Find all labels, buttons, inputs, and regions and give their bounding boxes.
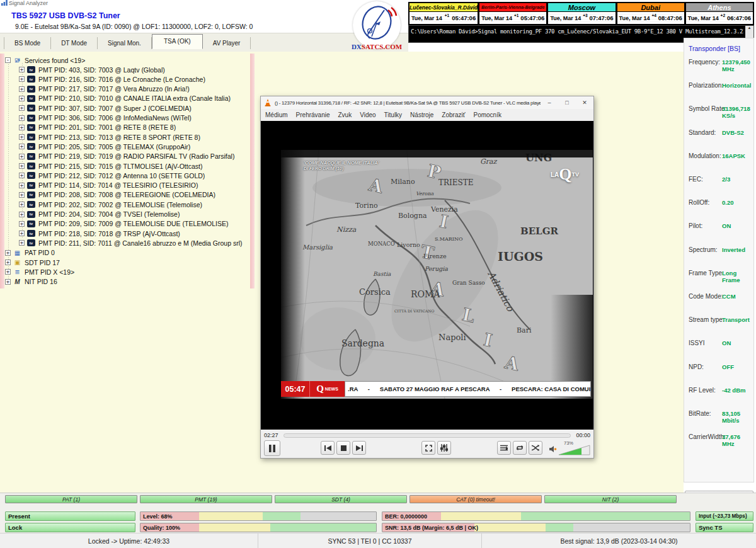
tree-item[interactable]: +tvPMT PID: 218, SID: 7018 @ TRSP (AjV-O… <box>19 229 180 238</box>
transponder-row-value: Long Frame <box>722 270 753 283</box>
expand-icon[interactable]: + <box>19 163 25 169</box>
volume-icon[interactable] <box>549 445 557 453</box>
tree-item[interactable]: +tvPMT PID: 209, SID: 7009 @ TELEMOLISE … <box>19 219 228 229</box>
table-status-pmt: PMT (19) <box>140 495 272 503</box>
collapse-icon[interactable]: - <box>5 57 11 63</box>
menu-zobrazi-[interactable]: Zobraziť <box>442 111 465 118</box>
fullscreen-button[interactable] <box>421 441 435 455</box>
menu-n-stroje[interactable]: Nástroje <box>410 111 433 118</box>
menu-zvuk[interactable]: Zvuk <box>338 111 352 118</box>
expand-icon[interactable]: + <box>19 86 25 92</box>
tree-item-label: Services found <19> <box>25 57 85 64</box>
menu-pomocn-k[interactable]: Pomocník <box>473 111 501 118</box>
equalizer-button[interactable] <box>437 441 451 455</box>
expand-icon[interactable]: + <box>5 260 11 265</box>
transponder-row-value: Transport <box>722 316 750 323</box>
expand-icon[interactable]: + <box>5 250 11 256</box>
menu-titulky[interactable]: Titulky <box>384 111 403 118</box>
expand-icon[interactable]: + <box>19 173 25 178</box>
tab-signal-mon-[interactable]: Signal Mon. <box>98 37 152 49</box>
expand-icon[interactable]: + <box>19 96 25 101</box>
expand-icon[interactable]: + <box>19 67 25 72</box>
qnews-logo: Q NEWS <box>309 381 345 397</box>
tab-bs-mode[interactable]: BS Mode <box>4 37 51 49</box>
vlc-video-area[interactable]: PAITALIA UNGGrazTRIESTEMilanoTorinoVeron… <box>261 121 593 430</box>
loop-button[interactable] <box>513 441 527 455</box>
ticker-clock: 05:47 <box>281 381 309 397</box>
clock-utc-offset: +1 <box>514 13 518 18</box>
expand-icon[interactable]: + <box>19 240 25 246</box>
tree-item[interactable]: +tvPMT PID: 306, SID: 7006 @ InfoMediaNe… <box>19 113 192 123</box>
expand-icon[interactable]: + <box>19 134 25 140</box>
tree-item[interactable]: +tvPMT PID: 212, SID: 7012 @ Antenna 10 … <box>19 171 205 180</box>
table-icon: ▦ <box>13 249 21 256</box>
seek-slider[interactable] <box>284 433 571 438</box>
shuffle-button[interactable] <box>529 441 542 455</box>
tree-item[interactable]: +MNIT PID 16 <box>5 277 57 287</box>
tree-item[interactable]: -🖳Services found <19> <box>5 55 85 65</box>
scroll-up-icon[interactable]: ▲ <box>748 26 752 30</box>
previous-button[interactable] <box>321 441 335 455</box>
tree-scrollbar-left[interactable] <box>0 54 4 288</box>
vlc-window: () - 12379 Horizontal 31396,718 / RF: -4… <box>260 96 594 459</box>
minimize-icon[interactable]: – <box>541 100 558 106</box>
vlc-titlebar[interactable]: () - 12379 Horizontal 31396,718 / RF: -4… <box>261 96 593 109</box>
pause-icon <box>269 445 275 452</box>
expand-icon[interactable]: + <box>19 154 25 159</box>
menu-m-dium[interactable]: Médium <box>265 111 288 118</box>
tree-item[interactable]: +tvPMT PID: 307, SID: 7007 @ Super J (CO… <box>19 103 192 113</box>
tree-item[interactable]: +tvPMT PID: 210, SID: 7010 @ CANALE ITAL… <box>19 94 231 103</box>
expand-icon[interactable]: + <box>19 125 25 130</box>
transponder-row-value: ON <box>722 340 731 346</box>
expand-icon[interactable]: + <box>19 202 25 207</box>
tree-item[interactable]: +tvPMT PID: 114, SID: 7014 @ TELESIRIO (… <box>19 181 198 190</box>
expand-icon[interactable]: + <box>19 76 25 82</box>
menu-prehr-vanie[interactable]: Prehrávanie <box>296 111 330 118</box>
menu-video[interactable]: Video <box>360 111 375 118</box>
next-button[interactable] <box>352 441 366 455</box>
expand-icon[interactable]: + <box>19 221 25 227</box>
tree-item[interactable]: +tvPMT PID: 208, SID: 7008 @ TELEREGIONE… <box>19 190 215 200</box>
tree-item[interactable]: +tvPMT PID: 215, SID: 7015 @ TLTMOLISE1 … <box>19 161 202 171</box>
stop-button[interactable] <box>336 441 350 455</box>
tree-item[interactable]: +tvPMT PID: 201, SID: 7001 @ RETE 8 (RET… <box>19 123 176 132</box>
expand-icon[interactable]: + <box>19 192 25 198</box>
expand-icon[interactable]: + <box>19 212 25 217</box>
tree-item[interactable]: +tvPMT PID: 219, SID: 7019 @ RADIO PARSI… <box>19 152 234 161</box>
close-icon[interactable]: ✕ <box>576 100 593 106</box>
expand-icon[interactable]: + <box>19 144 25 149</box>
expand-icon[interactable]: + <box>19 115 25 121</box>
clock-time: 08:47:06 <box>658 14 682 21</box>
tab-dt-mode[interactable]: DT Mode <box>51 37 98 49</box>
tree-item[interactable]: +≣PMT PID X <19> <box>5 267 74 277</box>
tree-scrollbar-right[interactable] <box>250 54 255 288</box>
tree-item[interactable]: +tvPMT PID: 205, SID: 7005 @ TELEMAX (Gr… <box>19 142 190 151</box>
transponder-row-value: 31396,718 KS/s <box>722 105 753 119</box>
expand-icon[interactable]: + <box>19 183 25 188</box>
services-tree: -🖳Services found <19>+tvPMT PID: 403, SI… <box>5 54 251 288</box>
tree-item[interactable]: +tvPMT PID: 213, SID: 7013 @ RETE 8 SPOR… <box>19 132 200 142</box>
playlist-button[interactable] <box>497 441 511 455</box>
tree-item[interactable]: +tvPMT PID: 403, SID: 7003 @ Laqtv (Glob… <box>19 65 165 74</box>
maximize-icon[interactable]: □ <box>558 100 576 106</box>
terminal-prompt: C:\Users\Roman Dávid>Signal monitoring_P… <box>411 28 743 35</box>
tab-av-player[interactable]: AV Player <box>203 37 251 49</box>
tree-item[interactable]: +tvPMT PID: 204, SID: 7004 @ TVSEI (Tele… <box>19 210 180 219</box>
tree-item[interactable]: +tvPMT PID: 216, SID: 7016 @ Le Cronache… <box>19 74 205 84</box>
time-elapsed: 02:27 <box>264 432 278 438</box>
expand-icon[interactable]: + <box>5 269 11 275</box>
tree-item[interactable]: +▣SDT PID 17 <box>5 258 60 267</box>
tree-item[interactable]: +tvPMT PID: 202, SID: 7002 @ TELEMOLISE … <box>19 200 202 209</box>
tab-tsa-ok-[interactable]: TSA (OK) <box>152 34 203 49</box>
volume-slider[interactable] <box>559 445 590 455</box>
expand-icon[interactable]: + <box>19 105 25 111</box>
map-label: Torino <box>355 202 378 210</box>
pause-button[interactable] <box>264 440 280 456</box>
tree-item[interactable]: +tvPMT PID: 217, SID: 7017 @ Vera Abruzz… <box>19 84 190 94</box>
tree-item[interactable]: +▦PAT PID 0 <box>5 248 55 258</box>
expand-icon[interactable]: + <box>19 231 25 236</box>
tree-item[interactable]: +tvPMT PID: 211, SID: 7011 @ Canale16 ab… <box>19 238 242 248</box>
expand-icon[interactable]: + <box>5 279 11 285</box>
level-bar: Level: 68% <box>140 511 377 521</box>
quality-bar: Quality: 100% <box>140 523 377 532</box>
